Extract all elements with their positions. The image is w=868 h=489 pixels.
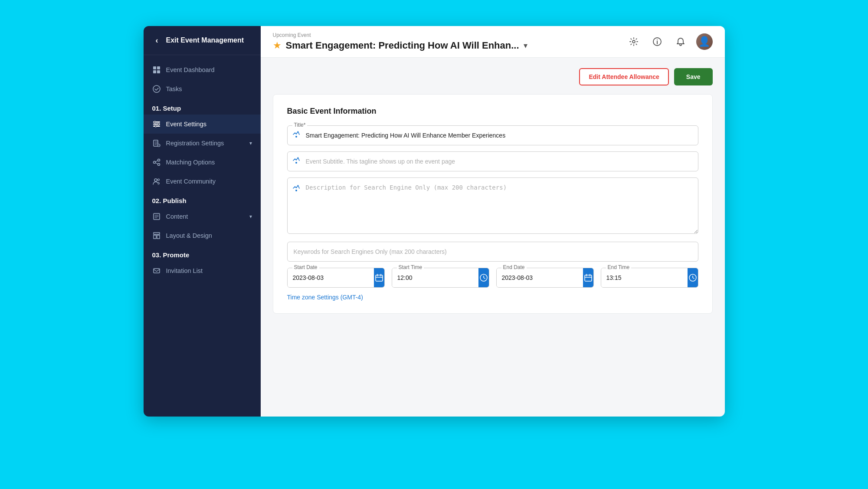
- keywords-field: [287, 242, 698, 262]
- ai-subtitle-icon: [292, 157, 300, 166]
- chevron-down-icon-content: ▾: [249, 213, 252, 220]
- svg-rect-28: [585, 275, 592, 281]
- svg-point-17: [157, 179, 159, 181]
- form-card-title: Basic Event Information: [287, 107, 698, 116]
- star-icon[interactable]: ★: [273, 40, 282, 51]
- sidebar-label-event-dashboard: Event Dashboard: [166, 66, 215, 73]
- date-time-row: Start Date: [287, 268, 698, 288]
- settings-icon: [152, 120, 161, 128]
- sidebar-item-event-settings[interactable]: Event Settings: [144, 115, 261, 134]
- check-circle-icon: [152, 85, 161, 93]
- sidebar-nav: Event Dashboard Tasks 01. Setup: [144, 55, 261, 417]
- end-date-label: End Date: [501, 264, 527, 270]
- sidebar-label-event-community: Event Community: [166, 178, 216, 185]
- main-content: Upcoming Event ★ Smart Engagement: Predi…: [261, 26, 725, 417]
- svg-rect-2: [153, 70, 156, 73]
- people-icon: [152, 177, 161, 186]
- start-time-label: Start Time: [397, 264, 424, 270]
- svg-point-25: [295, 190, 297, 191]
- svg-point-16: [154, 179, 157, 181]
- sidebar-item-tasks[interactable]: Tasks: [144, 79, 261, 98]
- start-date-group: Start Date: [287, 268, 385, 288]
- upcoming-label: Upcoming Event: [273, 32, 621, 38]
- save-button[interactable]: Save: [674, 68, 713, 85]
- keywords-input[interactable]: [287, 242, 698, 262]
- sidebar-item-invitation-list[interactable]: Invitation List: [144, 261, 261, 280]
- content-area: Edit Attendee Allowance Save Basic Event…: [261, 58, 725, 417]
- register-icon: [152, 139, 161, 148]
- end-time-input[interactable]: [601, 268, 688, 287]
- description-textarea[interactable]: [287, 177, 698, 234]
- exit-event-management-button[interactable]: ‹ Exit Event Management: [144, 26, 261, 55]
- layout-icon: [152, 231, 161, 240]
- grid-icon: [152, 66, 161, 74]
- start-date-picker-button[interactable]: [374, 268, 384, 287]
- start-date-input[interactable]: [288, 268, 374, 287]
- action-bar: Edit Attendee Allowance Save: [273, 68, 713, 85]
- sidebar-item-content[interactable]: Content ▾: [144, 207, 261, 226]
- sidebar-item-event-community[interactable]: Event Community: [144, 172, 261, 191]
- sidebar-label-event-settings: Event Settings: [166, 121, 207, 128]
- svg-rect-19: [154, 269, 160, 273]
- svg-point-20: [632, 40, 635, 43]
- end-time-group: End Time: [601, 268, 698, 288]
- svg-point-22: [657, 39, 658, 40]
- avatar[interactable]: [696, 33, 713, 50]
- info-icon-button[interactable]: [649, 34, 665, 49]
- sidebar: ‹ Exit Event Management Event Dashboard: [144, 26, 261, 417]
- timezone-link[interactable]: Time zone Settings (GMT-4): [287, 294, 363, 301]
- sidebar-label-content: Content: [166, 213, 188, 220]
- end-time-wrapper: [601, 268, 698, 288]
- end-date-group: End Date: [496, 268, 594, 288]
- sidebar-item-layout-design[interactable]: Layout & Design: [144, 226, 261, 245]
- subtitle-input[interactable]: [287, 151, 698, 171]
- sidebar-label-layout-design: Layout & Design: [166, 232, 212, 239]
- end-date-wrapper: [496, 268, 594, 288]
- subtitle-field: [287, 151, 698, 171]
- svg-rect-26: [376, 275, 383, 281]
- exit-label: Exit Event Management: [166, 36, 244, 44]
- svg-point-15: [157, 164, 160, 166]
- svg-rect-1: [157, 66, 160, 69]
- end-time-picker-button[interactable]: [688, 268, 698, 287]
- title-field: Title*: [287, 125, 698, 145]
- start-time-wrapper: [392, 268, 489, 288]
- start-time-input[interactable]: [392, 268, 478, 287]
- start-time-group: Start Time: [392, 268, 489, 288]
- svg-point-10: [155, 125, 157, 127]
- ai-title-icon: [292, 131, 300, 140]
- invite-icon: [152, 266, 161, 275]
- sidebar-item-registration-settings[interactable]: Registration Settings ▾: [144, 134, 261, 153]
- sidebar-label-registration-settings: Registration Settings: [166, 140, 224, 147]
- event-title: Smart Engagement: Predicting How AI Will…: [286, 40, 519, 51]
- bell-icon-button[interactable]: [673, 34, 688, 49]
- title-label: Title*: [292, 122, 308, 128]
- svg-point-14: [153, 161, 155, 164]
- section-header-setup: 01. Setup: [144, 98, 261, 115]
- start-date-label: Start Date: [292, 264, 319, 270]
- title-dropdown-icon[interactable]: ▾: [524, 41, 527, 50]
- sidebar-item-matching-options[interactable]: Matching Options: [144, 153, 261, 172]
- end-date-input[interactable]: [497, 268, 583, 287]
- title-input[interactable]: [287, 125, 698, 145]
- section-header-publish: 02. Publish: [144, 191, 261, 207]
- app-header: Upcoming Event ★ Smart Engagement: Predi…: [261, 26, 725, 58]
- chevron-down-icon: ▾: [249, 140, 252, 146]
- start-time-picker-button[interactable]: [478, 268, 489, 287]
- share-icon: [152, 158, 161, 167]
- svg-point-23: [295, 136, 297, 138]
- basic-event-info-card: Basic Event Information Title*: [273, 94, 713, 314]
- ai-description-icon: [292, 184, 300, 194]
- sidebar-label-invitation-list: Invitation List: [166, 267, 203, 274]
- header-actions: [626, 33, 713, 50]
- edit-attendee-allowance-button[interactable]: Edit Attendee Allowance: [579, 68, 668, 85]
- avatar-image: [696, 33, 713, 50]
- end-date-picker-button[interactable]: [583, 268, 593, 287]
- settings-icon-button[interactable]: [626, 34, 642, 49]
- back-arrow-icon: ‹: [152, 36, 162, 45]
- svg-point-9: [157, 123, 159, 125]
- sidebar-item-event-dashboard[interactable]: Event Dashboard: [144, 60, 261, 79]
- header-left: Upcoming Event ★ Smart Engagement: Predi…: [273, 32, 621, 51]
- start-date-wrapper: [287, 268, 385, 288]
- end-time-label: End Time: [606, 264, 632, 270]
